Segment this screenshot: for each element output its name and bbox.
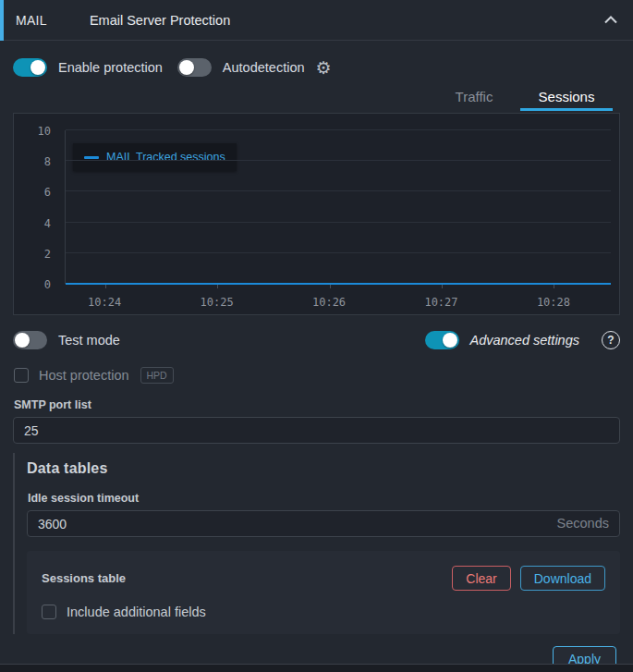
chart-legend: MAIL Tracked sessions xyxy=(73,143,237,171)
y-tick-label: 6 xyxy=(44,186,51,199)
accent-bar xyxy=(0,0,4,41)
autodetection-toggle[interactable] xyxy=(177,58,212,77)
idle-session-timeout-input[interactable] xyxy=(27,510,620,537)
smtp-input-wrap xyxy=(13,417,620,444)
x-tick-label: 10:26 xyxy=(312,296,346,309)
chart-plot-area: MAIL Tracked sessions xyxy=(65,130,611,284)
test-mode-row: Test mode Advanced settings ? xyxy=(13,327,620,353)
x-tick-mark xyxy=(330,285,331,288)
gridline xyxy=(66,190,611,191)
legend-line-swatch xyxy=(84,156,99,159)
card-header: MAIL Email Server Protection xyxy=(0,0,633,41)
sessions-table-panel: Sessions table Clear Download Include ad… xyxy=(27,551,620,634)
host-protection-label: Host protection xyxy=(39,368,129,383)
test-mode-label: Test mode xyxy=(58,333,120,348)
tab-traffic[interactable]: Traffic xyxy=(428,89,520,111)
sessions-table-label: Sessions table xyxy=(42,571,126,585)
x-tick-mark xyxy=(442,285,443,288)
gear-icon[interactable]: ⚙ xyxy=(316,59,332,77)
data-tables-section: Data tables Idle session timeout Seconds… xyxy=(13,453,620,634)
toggle-knob xyxy=(15,333,30,348)
download-button[interactable]: Download xyxy=(520,566,605,591)
help-icon[interactable]: ? xyxy=(602,331,620,349)
include-additional-fields-checkbox[interactable] xyxy=(42,605,56,619)
y-tick-label: 8 xyxy=(44,155,51,168)
apply-button[interactable]: Apply xyxy=(553,646,616,665)
legend-label: MAIL Tracked sessions xyxy=(106,151,225,164)
footer: Apply xyxy=(13,646,616,665)
tab-sessions[interactable]: Sessions xyxy=(520,89,613,111)
advanced-settings-toggle[interactable] xyxy=(425,331,459,349)
x-tick-label: 10:24 xyxy=(88,296,121,309)
smtp-port-list-label: SMTP port list xyxy=(14,398,620,411)
smtp-port-list-input[interactable] xyxy=(13,417,620,444)
x-tick-mark xyxy=(105,285,106,288)
advanced-settings-label: Advanced settings xyxy=(470,333,580,348)
x-tick-label: 10:28 xyxy=(537,296,570,309)
collapse-chevron-up-icon[interactable] xyxy=(604,16,617,24)
hpd-badge: HPD xyxy=(140,367,174,384)
x-tick-label: 10:27 xyxy=(424,296,457,309)
include-additional-fields-label: Include additional fields xyxy=(67,605,206,619)
enable-protection-toggle[interactable] xyxy=(13,58,47,77)
x-tick-mark xyxy=(554,285,554,288)
y-tick-label: 4 xyxy=(44,217,51,230)
idle-session-timeout-label: Idle session timeout xyxy=(28,492,620,505)
y-tick-label: 10 xyxy=(38,125,51,138)
gridline xyxy=(66,252,611,253)
y-axis-labels: 0246810 xyxy=(14,130,56,284)
protection-toggles-row: Enable protection Autodetection ⚙ xyxy=(13,54,620,81)
enable-protection-label: Enable protection xyxy=(58,60,163,75)
y-tick-label: 0 xyxy=(44,278,51,291)
chart-tabs: Traffic Sessions xyxy=(13,85,613,111)
toggle-knob xyxy=(179,60,194,75)
gridline xyxy=(66,160,611,161)
x-axis-labels: 10:2410:2510:2610:2710:28 xyxy=(65,296,611,309)
host-protection-checkbox[interactable] xyxy=(14,368,29,383)
clear-button[interactable]: Clear xyxy=(452,566,510,591)
module-badge: MAIL xyxy=(16,13,47,28)
idle-timeout-input-wrap: Seconds xyxy=(27,510,620,537)
email-server-protection-card: MAIL Email Server Protection Enable prot… xyxy=(0,0,633,665)
gridline xyxy=(66,129,611,130)
host-protection-row: Host protection HPD xyxy=(14,366,620,385)
sessions-chart: 0246810 MAIL Tracked sessions 10:2410:25… xyxy=(13,113,620,315)
gridline xyxy=(66,222,611,223)
advanced-settings-group: Advanced settings ? xyxy=(425,331,621,349)
toggle-knob xyxy=(30,60,45,75)
autodetection-label: Autodetection xyxy=(223,60,305,75)
y-tick-label: 2 xyxy=(44,248,51,261)
series-line xyxy=(66,283,611,285)
include-additional-fields-row: Include additional fields xyxy=(42,603,605,621)
sessions-table-row: Sessions table Clear Download xyxy=(42,566,605,591)
data-tables-heading: Data tables xyxy=(27,460,620,477)
x-tick-label: 10:25 xyxy=(201,296,234,309)
test-mode-toggle[interactable] xyxy=(13,331,47,349)
x-tick-mark xyxy=(217,285,218,288)
toggle-knob xyxy=(443,333,457,348)
page-title: Email Server Protection xyxy=(90,13,230,28)
